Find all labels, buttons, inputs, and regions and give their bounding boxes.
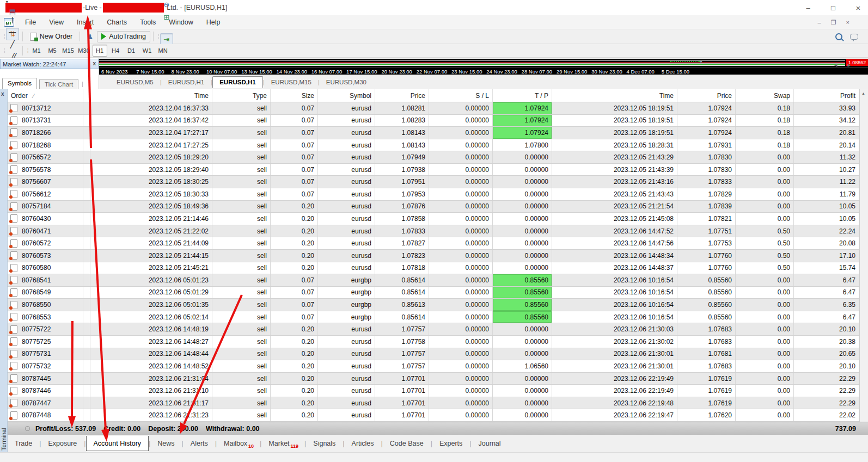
column-header-sl[interactable]: S / L <box>429 89 493 102</box>
chat-icon[interactable] <box>847 30 860 43</box>
table-row[interactable]: 807757252023.12.06 14:48:27sell0.20eurus… <box>8 336 859 348</box>
maximize-button[interactable]: □ <box>828 4 839 12</box>
table-row[interactable]: 807874482023.12.06 21:31:23sell0.20eurus… <box>8 409 859 422</box>
terminal-tab-account-history[interactable]: Account History <box>86 436 149 451</box>
search-icon[interactable] <box>833 30 846 43</box>
table-row[interactable]: 807685502023.12.06 05:01:35sell0.07eurgb… <box>8 299 859 311</box>
timeframe-button-w1[interactable]: W1 <box>140 45 155 57</box>
tile-windows-icon[interactable]: ⊞ <box>160 11 173 23</box>
timeframe-button-mn[interactable]: MN <box>156 45 170 57</box>
vertical-line-icon[interactable]: | <box>6 13 19 26</box>
menu-item-view[interactable]: View <box>42 15 70 29</box>
column-header-price[interactable]: Price <box>375 89 429 102</box>
table-row[interactable]: 807137122023.12.04 16:37:33sell0.07eurus… <box>8 102 859 115</box>
close-button[interactable]: × <box>853 3 864 13</box>
horizontal-line-icon[interactable]: — <box>6 26 19 38</box>
column-header-tp[interactable]: T / P <box>493 89 552 102</box>
minimize-button[interactable]: – <box>803 4 814 12</box>
table-row[interactable]: 807874472023.12.06 21:31:17sell0.20eurus… <box>8 397 859 410</box>
child-close-button[interactable]: × <box>846 19 849 26</box>
column-header-time[interactable]: Time <box>552 89 677 102</box>
collapsed-chart[interactable]: ▼ 1.08862 6 Nov 20237 Nov 15:008 Nov 23:… <box>99 59 868 75</box>
table-row[interactable]: 807566122023.12.05 18:30:33sell0.07eurus… <box>8 188 859 201</box>
table-row[interactable]: 807604712023.12.05 21:22:02sell0.20eurus… <box>8 225 859 238</box>
table-row[interactable]: 807571842023.12.05 18:49:36sell0.20eurus… <box>8 201 859 213</box>
terminal-tab-trade[interactable]: Trade <box>8 436 39 451</box>
market-watch-header[interactable]: Market Watch: 22:24:47 x <box>0 59 99 69</box>
autotrading-button[interactable]: AutoTrading <box>97 31 150 42</box>
child-restore-button[interactable]: ❐ <box>831 19 836 26</box>
table-row[interactable]: 807605802023.12.05 21:45:21sell0.20eurus… <box>8 262 859 275</box>
child-minimize-button[interactable]: – <box>818 19 821 26</box>
timeframe-button-h1[interactable]: H1 <box>93 45 107 57</box>
chart-tab-0[interactable]: EURUSD,M5 <box>110 77 160 88</box>
metaeditor-icon[interactable]: ✎ <box>83 18 96 30</box>
chart-tab-2[interactable]: EURUSD,H1 <box>212 76 262 88</box>
table-row[interactable]: 807565782023.12.05 18:29:40sell0.07eurus… <box>8 164 859 176</box>
table-row[interactable]: 807182682023.12.04 17:27:25sell0.07eurus… <box>8 139 859 152</box>
expert-advisors-icon[interactable]: ♟ <box>83 30 96 43</box>
market-watch-tab-symbols[interactable]: Symbols <box>2 78 37 89</box>
cell-spacer <box>83 127 90 139</box>
menu-item-tools[interactable]: Tools <box>133 15 162 29</box>
timeframe-button-h4[interactable]: H4 <box>108 45 123 57</box>
cell: 80768541 <box>8 274 83 286</box>
table-scrollbar[interactable]: ▲ ▼ <box>859 89 868 435</box>
timeframe-button-d1[interactable]: D1 <box>124 45 139 57</box>
chart-tab-3[interactable]: EURUSD,M15 <box>265 77 318 88</box>
chart-tab-1[interactable]: EURUSD,H1 <box>162 77 211 88</box>
new-order-button[interactable]: New Order <box>26 31 77 42</box>
timeframe-button-m15[interactable]: M15 <box>61 45 76 57</box>
table-row[interactable]: 807604302023.12.05 21:14:46sell0.20eurus… <box>8 213 859 225</box>
table-row[interactable]: 807182662023.12.04 17:27:17sell0.07eurus… <box>8 127 859 139</box>
menu-item-file[interactable]: File <box>19 15 42 29</box>
column-header-time[interactable]: Time <box>90 89 212 102</box>
zoom-out-icon[interactable]: ⊖ <box>160 0 173 11</box>
terminal-close-icon[interactable]: x <box>1 91 4 97</box>
table-row[interactable]: 807685492023.12.06 05:01:29sell0.07eurgb… <box>8 287 859 299</box>
table-row[interactable]: 807605732023.12.05 21:44:15sell0.20eurus… <box>8 250 859 262</box>
terminal-tab-signals[interactable]: Signals <box>306 436 343 451</box>
timeframe-button-m1[interactable]: M1 <box>29 45 44 57</box>
table-row[interactable]: 807757322023.12.06 14:48:52sell0.20eurus… <box>8 360 859 373</box>
scroll-up-icon[interactable]: ▲ <box>861 91 865 95</box>
cell: 0.00000 <box>429 360 493 372</box>
crosshair-icon[interactable]: + <box>6 0 19 3</box>
table-row[interactable]: 807874452023.12.06 21:31:04sell0.20eurus… <box>8 373 859 385</box>
table-row[interactable]: 807137312023.12.04 16:37:42sell0.07eurus… <box>8 115 859 127</box>
column-header-order[interactable]: Order∕ <box>8 89 83 102</box>
column-header-price[interactable]: Price <box>677 89 736 102</box>
menu-item-charts[interactable]: Charts <box>100 15 133 29</box>
terminal-tab-mailbox[interactable]: Mailbox10 <box>217 436 260 451</box>
terminal-tab-market[interactable]: Market119 <box>261 436 304 451</box>
table-row[interactable]: 807685532023.12.06 05:02:14sell0.07eurgb… <box>8 311 859 324</box>
terminal-tab-exposure[interactable]: Exposure <box>41 436 84 451</box>
timeframe-button-m5[interactable]: M5 <box>45 45 60 57</box>
table-row[interactable]: 807566072023.12.05 18:30:25sell0.07eurus… <box>8 176 859 188</box>
trendline-icon[interactable]: ╱ <box>6 38 19 51</box>
timeframe-button-m30[interactable]: M30 <box>77 45 91 57</box>
table-row[interactable]: 807565722023.12.05 18:29:20sell0.07eurus… <box>8 151 859 164</box>
chart-tab-4[interactable]: EURUSD,M30 <box>320 77 373 88</box>
column-header-profit[interactable]: Profit <box>794 89 859 102</box>
column-header-symbol[interactable]: Symbol <box>318 89 375 102</box>
table-row[interactable]: 807757222023.12.06 14:48:19sell0.20eurus… <box>8 323 859 336</box>
column-header-spacer[interactable] <box>83 89 90 102</box>
menu-item-help[interactable]: Help <box>200 15 227 29</box>
terminal-tab-journal[interactable]: Journal <box>472 436 508 451</box>
column-header-type[interactable]: Type <box>212 89 271 102</box>
chart-tab-scroll-arrows[interactable]: ◂ ▸ <box>834 61 855 69</box>
table-row[interactable]: 807685412023.12.06 05:01:23sell0.07eurgb… <box>8 274 859 287</box>
table-row[interactable]: 807605722023.12.05 21:44:09sell0.20eurus… <box>8 237 859 250</box>
terminal-tab-articles[interactable]: Articles <box>345 436 381 451</box>
column-header-swap[interactable]: Swap <box>736 89 794 102</box>
terminal-tab-alerts[interactable]: Alerts <box>184 436 215 451</box>
table-row[interactable]: 807757312023.12.06 14:48:44sell0.20eurus… <box>8 348 859 361</box>
terminal-tab-news[interactable]: News <box>150 436 181 451</box>
market-watch-tab-tick-chart[interactable]: Tick Chart <box>39 79 78 89</box>
terminal-tab-experts[interactable]: Experts <box>432 436 469 451</box>
table-row[interactable]: 807874462023.12.06 21:31:10sell0.20eurus… <box>8 385 859 397</box>
terminal-tab-code-base[interactable]: Code Base <box>383 436 431 451</box>
column-header-size[interactable]: Size <box>271 89 318 102</box>
market-watch-close-icon[interactable]: x <box>93 60 96 66</box>
